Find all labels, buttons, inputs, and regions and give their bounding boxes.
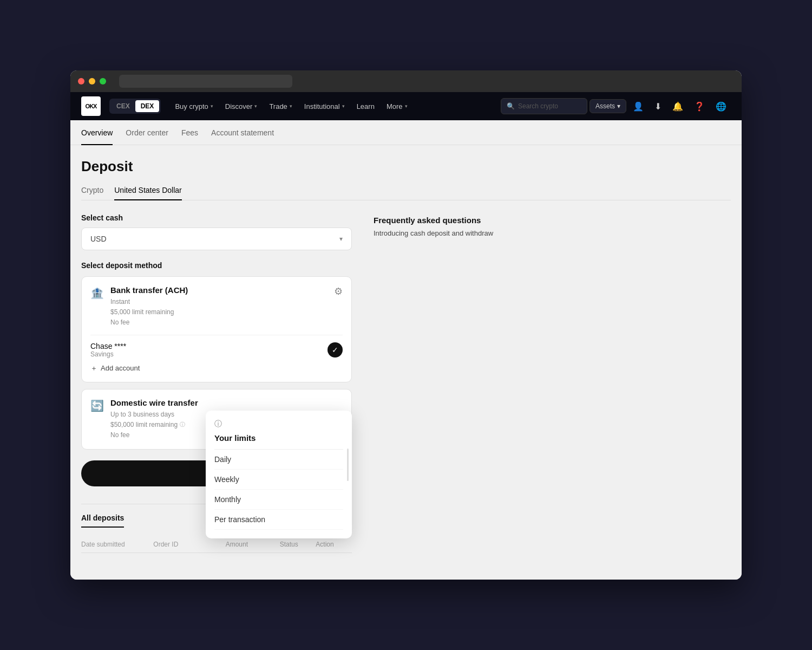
nav-discover[interactable]: Discover ▾ xyxy=(220,99,263,114)
close-window-button[interactable] xyxy=(78,78,84,84)
bank-icon: 🏦 xyxy=(90,287,104,300)
limits-item-monthly[interactable]: Monthly xyxy=(214,490,343,510)
chevron-down-icon: ▾ xyxy=(290,103,292,109)
wire-limit: $50,000 limit remaining xyxy=(110,420,178,430)
col-action: Action xyxy=(316,541,352,548)
nav-learn[interactable]: Learn xyxy=(351,99,380,114)
gear-icon[interactable]: ⚙ xyxy=(334,285,343,297)
wire-icon: 🔄 xyxy=(90,399,104,412)
account-name: Chase **** xyxy=(90,342,126,350)
chevron-down-icon: ▾ xyxy=(405,103,408,109)
user-icon[interactable]: 👤 xyxy=(628,98,648,115)
globe-icon[interactable]: 🌐 xyxy=(711,98,731,115)
logo-box: OKX xyxy=(81,96,101,116)
tab-fees[interactable]: Fees xyxy=(181,121,198,145)
browser-titlebar xyxy=(70,70,742,92)
cex-button[interactable]: CEX xyxy=(111,100,135,112)
bell-icon[interactable]: 🔔 xyxy=(668,98,687,115)
tab-overview[interactable]: Overview xyxy=(81,121,113,145)
col-status: Status xyxy=(280,541,316,548)
chevron-down-icon: ▾ xyxy=(617,102,620,110)
add-account-button[interactable]: ＋ Add account xyxy=(90,363,343,373)
faq-title: Frequently asked questions xyxy=(374,216,731,225)
faq-link[interactable]: Introducing cash deposit and withdraw xyxy=(374,229,731,237)
nav-right: 🔍 Search crypto Assets ▾ 👤 ⬇ 🔔 ❓ 🌐 xyxy=(501,98,731,115)
help-icon[interactable]: ❓ xyxy=(690,98,709,115)
ach-method-card[interactable]: 🏦 Bank transfer (ACH) Instant $5,000 lim… xyxy=(81,276,352,382)
chevron-down-icon: ▾ xyxy=(342,103,345,109)
nav-institutional[interactable]: Institutional ▾ xyxy=(299,99,350,114)
limits-item-daily[interactable]: Daily xyxy=(214,450,343,470)
logo[interactable]: OKX xyxy=(81,96,101,116)
col-date: Date submitted xyxy=(81,541,153,548)
nav-trade[interactable]: Trade ▾ xyxy=(264,99,297,114)
nav-buy-crypto[interactable]: Buy crypto ▾ xyxy=(169,99,218,114)
info-icon: ⓘ xyxy=(214,419,343,429)
deposits-table-header: Date submitted Order ID Amount Status Ac… xyxy=(81,536,352,553)
dex-button[interactable]: DEX xyxy=(135,100,160,112)
search-icon: 🔍 xyxy=(507,102,515,110)
ach-limit: $5,000 limit remaining xyxy=(110,307,188,317)
minimize-window-button[interactable] xyxy=(89,78,95,84)
selected-check-icon: ✓ xyxy=(328,342,343,358)
deposit-method-label: Select deposit method xyxy=(81,261,352,270)
download-icon[interactable]: ⬇ xyxy=(650,98,666,115)
navbar: OKX CEX DEX Buy crypto ▾ Discover ▾ Trad… xyxy=(70,92,742,120)
wire-speed: Up to 3 business days xyxy=(110,410,198,420)
wire-fee: No fee xyxy=(110,430,198,440)
deposit-tab-crypto[interactable]: Crypto xyxy=(81,186,103,200)
select-cash-label: Select cash xyxy=(81,213,352,222)
chevron-down-icon: ▾ xyxy=(211,103,213,109)
cash-value: USD xyxy=(90,235,107,243)
search-box[interactable]: 🔍 Search crypto xyxy=(501,98,587,114)
limits-popup: ⓘ Your limits Daily Weekly Monthly Per t… xyxy=(206,411,352,538)
col-order-id: Order ID xyxy=(153,541,225,548)
nav-items: Buy crypto ▾ Discover ▾ Trade ▾ Institut… xyxy=(169,99,501,114)
ach-method-name: Bank transfer (ACH) xyxy=(110,285,188,295)
ach-fee: No fee xyxy=(110,317,188,328)
main-content: Deposit Crypto United States Dollar Sele… xyxy=(70,145,742,580)
plus-icon: ＋ xyxy=(90,363,97,373)
info-icon: ⓘ xyxy=(180,420,185,429)
chevron-down-icon: ▾ xyxy=(339,235,343,243)
nav-more[interactable]: More ▾ xyxy=(381,99,413,114)
popup-scrollbar[interactable] xyxy=(347,448,349,481)
chevron-down-icon: ▾ xyxy=(254,103,257,109)
limits-item-per-transaction[interactable]: Per transaction xyxy=(214,510,343,530)
ach-speed: Instant xyxy=(110,297,188,307)
deposit-right: Frequently asked questions Introducing c… xyxy=(374,213,731,553)
page-title: Deposit xyxy=(81,158,731,175)
page-tabs: Overview Order center Fees Account state… xyxy=(70,120,742,145)
assets-button[interactable]: Assets ▾ xyxy=(590,99,626,113)
cash-selector[interactable]: USD ▾ xyxy=(81,227,352,250)
maximize-window-button[interactable] xyxy=(100,78,106,84)
col-amount: Amount xyxy=(226,541,280,548)
tab-account-statement[interactable]: Account statement xyxy=(211,121,274,145)
account-row: Chase **** Savings ✓ xyxy=(90,335,343,358)
exchange-toggle: CEX DEX xyxy=(109,99,161,114)
account-type: Savings xyxy=(90,350,126,358)
wire-method-name: Domestic wire transfer xyxy=(110,398,198,407)
deposit-tab-usd[interactable]: United States Dollar xyxy=(114,186,182,200)
all-deposits-label: All deposits xyxy=(81,514,124,528)
address-bar[interactable] xyxy=(119,75,292,88)
limits-item-weekly[interactable]: Weekly xyxy=(214,470,343,490)
limits-title: Your limits xyxy=(214,433,343,443)
tab-order-center[interactable]: Order center xyxy=(126,121,168,145)
deposit-tabs: Crypto United States Dollar xyxy=(81,186,731,200)
